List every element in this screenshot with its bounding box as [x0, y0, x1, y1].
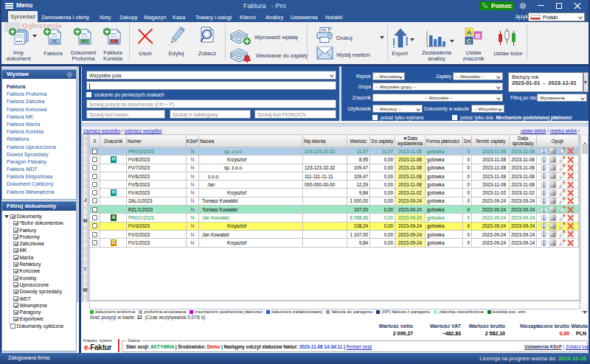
svg-text:C: C [467, 38, 472, 45]
svg-text:FV: FV [52, 40, 57, 43]
svg-text:PRO: PRO [81, 40, 88, 43]
svg-text:A: A [467, 29, 472, 36]
svg-text:KOR: KOR [111, 40, 119, 43]
svg-text:B: B [476, 32, 481, 40]
